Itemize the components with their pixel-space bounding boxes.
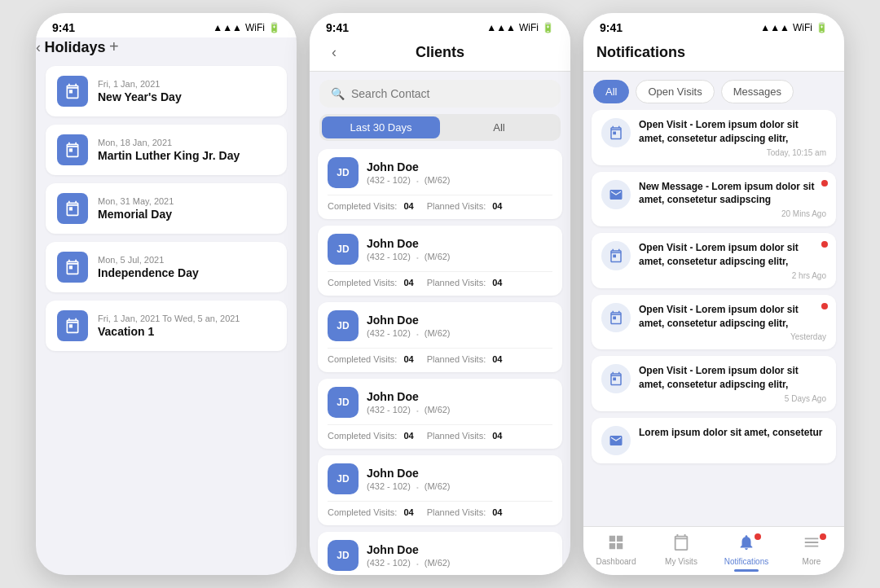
battery-icon: 🔋	[816, 22, 828, 33]
nav-item-dashboard[interactable]: Dashboard	[583, 533, 649, 572]
completed-value: 04	[403, 507, 413, 517]
notification-list: Open Visit - Lorem ipsum dolor sit amet,…	[583, 110, 844, 526]
completed-label: Completed Visits:	[328, 507, 397, 517]
wifi-icon: WiFi	[793, 22, 812, 33]
signal-icon: ▲▲▲	[486, 22, 516, 33]
calendar-icon	[57, 134, 88, 165]
my-visits-nav-icon	[672, 533, 690, 555]
client-meta: John Doe (432 - 102) • (M/62)	[367, 543, 451, 568]
nav-item-notifications[interactable]: Notifications	[714, 533, 779, 572]
holiday-date: Mon, 18 Jan, 2021	[98, 138, 240, 147]
notif-text: Open Visit - Lorem ipsum dolor sit amet,…	[639, 303, 826, 331]
battery-icon: 🔋	[268, 22, 280, 33]
wifi-icon: WiFi	[245, 22, 265, 33]
calendar-icon	[601, 118, 631, 147]
notification-item[interactable]: Open Visit - Lorem ipsum dolor sit amet,…	[592, 356, 836, 411]
nav-active-indicator	[734, 569, 759, 572]
client-meta: John Doe (432 - 102) • (M/62)	[367, 237, 451, 261]
calendar-icon	[57, 252, 88, 283]
notif-tabs: AllOpen VisitsMessages	[593, 80, 834, 103]
client-name: John Doe	[367, 467, 451, 480]
back-button[interactable]: ‹	[36, 39, 41, 55]
nav-item-more[interactable]: More	[779, 533, 844, 572]
signal-icon: ▲▲▲	[760, 22, 790, 33]
client-stats: Completed Visits: 04 Planned Visits: 04	[328, 271, 552, 287]
battery-icon: 🔋	[542, 22, 554, 33]
notification-item[interactable]: Open Visit - Lorem ipsum dolor sit amet,…	[592, 233, 836, 288]
holidays-header: ‹ Holidays +	[36, 37, 297, 56]
notif-time: Today, 10:15 am	[639, 148, 826, 157]
planned-value: 04	[492, 431, 502, 441]
back-button-clients[interactable]: ‹	[323, 44, 345, 61]
notif-tab-messages[interactable]: Messages	[721, 80, 794, 103]
client-item[interactable]: JD John Doe (432 - 102) • (M/62) Complet…	[318, 149, 562, 219]
filter-tabs: Last 30 DaysAll	[319, 114, 561, 141]
notif-tab-open-visits[interactable]: Open Visits	[636, 80, 714, 103]
dashboard-nav-icon	[607, 533, 625, 555]
notif-text: New Message - Lorem ipsum dolor sit amet…	[639, 180, 826, 208]
holiday-info: Fri, 1 Jan, 2021 To Wed, 5 an, 2021 Vaca…	[98, 314, 240, 338]
status-time-1: 9:41	[52, 21, 75, 34]
notif-body: Open Visit - Lorem ipsum dolor sit amet,…	[639, 303, 826, 342]
notif-tab-all[interactable]: All	[593, 80, 629, 103]
notif-time: 2 hrs Ago	[639, 271, 826, 280]
page-title: Holidays	[44, 39, 105, 55]
calendar-icon	[57, 310, 88, 341]
clients-header: ‹ Clients	[310, 37, 570, 72]
notif-text: Open Visit - Lorem ipsum dolor sit amet,…	[639, 118, 826, 146]
notif-body: Open Visit - Lorem ipsum dolor sit amet,…	[639, 118, 826, 157]
holiday-info: Mon, 18 Jan, 2021 Martin Luther King Jr.…	[98, 138, 240, 162]
status-bar-2: 9:41 ▲▲▲ WiFi 🔋	[310, 13, 570, 37]
client-top: JD John Doe (432 - 102) • (M/62)	[328, 463, 552, 494]
planned-value: 04	[492, 278, 502, 287]
holiday-item: Mon, 18 Jan, 2021 Martin Luther King Jr.…	[46, 125, 287, 175]
search-input[interactable]	[351, 87, 549, 100]
client-item[interactable]: JD John Doe (432 - 102) • (M/62) Complet…	[318, 532, 562, 575]
search-bar[interactable]: 🔍	[319, 80, 561, 108]
nav-badge	[755, 533, 761, 540]
client-avatar: JD	[328, 463, 359, 494]
client-item[interactable]: JD John Doe (432 - 102) • (M/62) Complet…	[318, 302, 562, 372]
notif-time: 5 Days Ago	[639, 394, 826, 403]
nav-item-my-visits[interactable]: My Visits	[649, 533, 714, 572]
client-item[interactable]: JD John Doe (432 - 102) • (M/62) Complet…	[318, 226, 562, 296]
client-item[interactable]: JD John Doe (432 - 102) • (M/62) Complet…	[318, 455, 562, 525]
phone-clients: 9:41 ▲▲▲ WiFi 🔋 ‹ Clients 🔍 Last 30 Days…	[310, 13, 570, 575]
notification-item[interactable]: Open Visit - Lorem ipsum dolor sit amet,…	[592, 110, 836, 165]
nav-badge	[820, 533, 826, 540]
holiday-item: Mon, 5 Jul, 2021 Independence Day	[46, 242, 287, 292]
client-item[interactable]: JD John Doe (432 - 102) • (M/62) Complet…	[318, 379, 562, 449]
filter-tab-all[interactable]: All	[440, 116, 558, 138]
holiday-item: Mon, 31 May, 2021 Memorial Day	[46, 183, 287, 234]
notif-body: Open Visit - Lorem ipsum dolor sit amet,…	[639, 241, 826, 280]
notif-body: New Message - Lorem ipsum dolor sit amet…	[639, 180, 826, 219]
phone-holidays: 9:41 ▲▲▲ WiFi 🔋 ‹ Holidays + Fri, 1 Jan,…	[36, 13, 297, 575]
add-button[interactable]: +	[109, 37, 119, 55]
holiday-date: Mon, 5 Jul, 2021	[98, 255, 199, 265]
search-icon: 🔍	[331, 87, 345, 100]
calendar-icon	[601, 364, 631, 393]
completed-label: Completed Visits:	[328, 278, 397, 287]
holiday-info: Mon, 31 May, 2021 Memorial Day	[98, 196, 174, 221]
planned-value: 04	[492, 507, 502, 517]
notification-item[interactable]: Lorem ipsum dolor sit amet, consetetur	[592, 418, 836, 463]
completed-value: 04	[403, 278, 413, 287]
notification-item[interactable]: New Message - Lorem ipsum dolor sit amet…	[592, 172, 836, 227]
dashboard-nav-label: Dashboard	[596, 557, 636, 566]
completed-label: Completed Visits:	[328, 201, 397, 211]
calendar-icon	[57, 76, 88, 107]
client-avatar: JD	[328, 310, 359, 341]
notifications-header: Notifications	[583, 37, 844, 72]
filter-tab-last-30-days[interactable]: Last 30 Days	[322, 116, 440, 138]
holiday-date: Fri, 1 Jan, 2021	[98, 79, 182, 89]
holiday-item: Fri, 1 Jan, 2021 New Year's Day	[46, 66, 287, 116]
planned-label: Planned Visits:	[427, 354, 486, 364]
client-avatar: JD	[328, 540, 359, 571]
status-time-2: 9:41	[326, 21, 349, 34]
planned-label: Planned Visits:	[427, 201, 486, 211]
completed-label: Completed Visits:	[328, 431, 397, 441]
notifications-nav-icon	[737, 533, 755, 555]
client-name: John Doe	[367, 160, 451, 173]
client-top: JD John Doe (432 - 102) • (M/62)	[328, 234, 552, 265]
notification-item[interactable]: Open Visit - Lorem ipsum dolor sit amet,…	[592, 295, 836, 350]
